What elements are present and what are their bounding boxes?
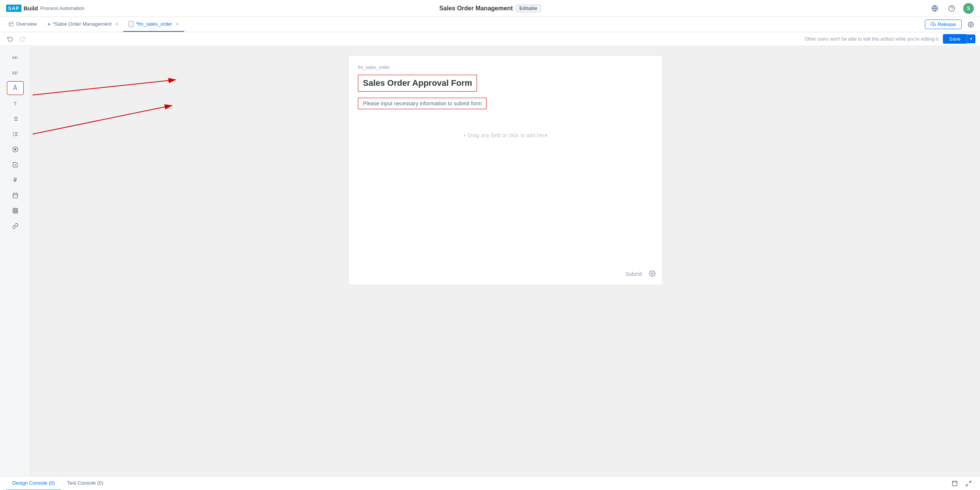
- app-subtitle: Process Automation: [40, 5, 85, 11]
- page-title: Sales Order Management: [439, 5, 513, 12]
- tab-fm-sales[interactable]: □ *fm_sales_order ×: [123, 17, 184, 32]
- console-tabs: Design Console (0) Test Console (0): [6, 477, 109, 490]
- tab-salse-order[interactable]: » *Salse Order Management ×: [42, 17, 123, 32]
- sidebar-tool-checkbox[interactable]: [7, 158, 24, 172]
- header-left: SAP Build Process Automation: [6, 5, 85, 12]
- arrow-overlay: [31, 54, 222, 207]
- sidebar-tool-checklist[interactable]: [7, 127, 24, 141]
- sidebar-tool-h2[interactable]: H2: [7, 66, 24, 80]
- submit-button[interactable]: Submit: [622, 269, 645, 279]
- header-right: S: [929, 3, 974, 14]
- left-sidebar: H1 H2 Ā T #: [0, 46, 31, 476]
- tab-fm-close[interactable]: ×: [176, 21, 179, 27]
- community-icon[interactable]: [929, 3, 940, 14]
- bottom-right: [949, 478, 974, 489]
- settings-gear-icon[interactable]: [965, 18, 977, 31]
- tab-bar-right: Release: [925, 18, 977, 31]
- undo-button[interactable]: [5, 34, 15, 44]
- help-icon[interactable]: [946, 3, 957, 14]
- tabs-container: Overview » *Salse Order Management × □ *…: [3, 17, 184, 32]
- toolbar-left: [5, 34, 28, 44]
- toolbar: Other users won't be able to edit this a…: [0, 32, 980, 46]
- release-btn-label: Release: [938, 21, 956, 27]
- bottom-bar: Design Console (0) Test Console (0): [0, 476, 980, 490]
- tab-fm-label: *fm_sales_order: [136, 21, 172, 27]
- bottom-minimize-icon[interactable]: [949, 478, 960, 489]
- tab-fm-icon: □: [129, 21, 134, 27]
- svg-point-19: [15, 149, 16, 150]
- svg-line-36: [966, 484, 968, 486]
- tab-salse-close[interactable]: ×: [115, 21, 118, 27]
- form-card: fm_sales_order Sales Order Approval Form…: [348, 55, 662, 285]
- svg-line-32: [33, 105, 172, 134]
- test-console-tab[interactable]: Test Console (0): [61, 477, 109, 490]
- toolbar-right: Other users won't be able to edit this a…: [805, 34, 975, 44]
- avatar[interactable]: S: [963, 3, 974, 14]
- sap-logo-box: SAP: [6, 5, 21, 12]
- sidebar-tool-h1[interactable]: H1: [7, 51, 24, 64]
- sidebar-tool-table[interactable]: [7, 204, 24, 218]
- tab-salse-label: *Salse Order Management: [52, 21, 111, 27]
- drag-hint-text: + Drag any field or click to add here: [463, 132, 548, 138]
- bottom-expand-icon[interactable]: [963, 478, 974, 489]
- form-subtitle[interactable]: Please input necessary information to su…: [358, 98, 487, 109]
- tab-bar: Overview » *Salse Order Management × □ *…: [0, 17, 980, 32]
- release-button[interactable]: Release: [925, 20, 962, 29]
- svg-line-35: [969, 481, 971, 483]
- main-content: H1 H2 Ā T #: [0, 46, 980, 476]
- editable-badge: Editable: [516, 5, 541, 12]
- svg-rect-20: [13, 193, 18, 198]
- sidebar-tool-text[interactable]: T: [7, 97, 24, 110]
- header-title-area: Sales Order Management Editable: [439, 5, 541, 12]
- svg-line-31: [33, 80, 176, 95]
- sidebar-tool-link[interactable]: [7, 219, 24, 233]
- svg-point-8: [970, 24, 972, 25]
- save-btn-group: Save ▾: [943, 34, 975, 44]
- form-title[interactable]: Sales Order Approval Form: [358, 75, 477, 92]
- svg-point-33: [652, 272, 653, 274]
- sidebar-tool-text-style[interactable]: Ā: [7, 81, 24, 95]
- save-dropdown-button[interactable]: ▾: [967, 34, 975, 43]
- app-name: Build: [24, 5, 38, 11]
- sidebar-tool-date[interactable]: [7, 188, 24, 202]
- sap-logo: SAP Build Process Automation: [6, 5, 85, 12]
- canvas-area: fm_sales_order Sales Order Approval Form…: [31, 46, 980, 476]
- tab-overview-label: Overview: [16, 21, 37, 27]
- form-settings-icon[interactable]: [649, 270, 656, 278]
- top-header: SAP Build Process Automation Sales Order…: [0, 0, 980, 17]
- tab-salse-icon: »: [47, 21, 50, 27]
- tab-overview[interactable]: Overview: [3, 17, 42, 32]
- design-console-tab[interactable]: Design Console (0): [6, 477, 61, 490]
- form-footer: Submit: [622, 269, 656, 279]
- overview-tab-icon: [8, 21, 14, 27]
- sidebar-tool-radio[interactable]: [7, 143, 24, 156]
- sidebar-tool-list[interactable]: [7, 112, 24, 126]
- svg-rect-4: [9, 22, 13, 26]
- redo-button[interactable]: [17, 34, 28, 44]
- autosave-text: Other users won't be able to edit this a…: [805, 36, 939, 42]
- release-upload-icon: [931, 22, 936, 27]
- drag-hint[interactable]: + Drag any field or click to add here: [358, 117, 653, 154]
- save-button[interactable]: Save: [943, 34, 967, 44]
- form-label: fm_sales_order: [358, 65, 653, 70]
- svg-rect-24: [13, 208, 18, 213]
- sidebar-tool-number[interactable]: #: [7, 173, 24, 187]
